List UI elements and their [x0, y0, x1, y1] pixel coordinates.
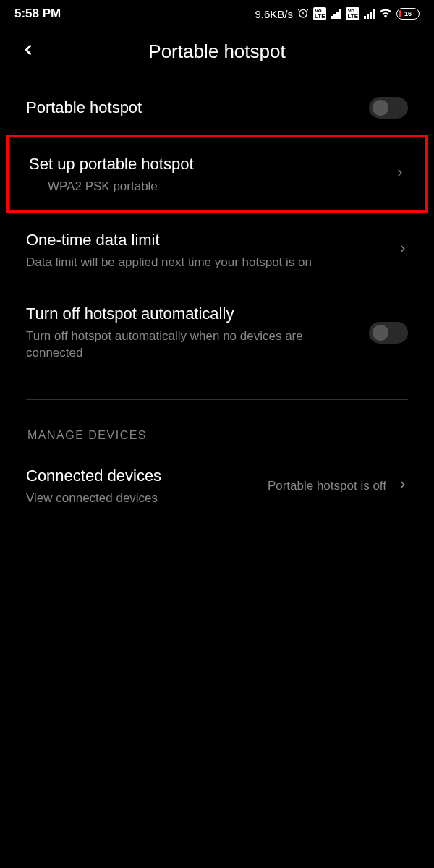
back-button[interactable] [20, 42, 36, 61]
hotspot-toggle-text: Portable hotspot [26, 97, 357, 119]
header: Portable hotspot [0, 26, 434, 81]
lte-badge-2: VoLTE [346, 7, 359, 20]
hotspot-toggle-row[interactable]: Portable hotspot [6, 81, 428, 135]
content: Portable hotspot Set up portable hotspot… [0, 81, 434, 523]
chevron-right-icon [398, 477, 408, 495]
status-indicators: 9.6KB/s VoLTE VoLTE 16 [255, 7, 420, 21]
hotspot-toggle[interactable] [369, 97, 408, 119]
auto-off-text: Turn off hotspot automatically Turn off … [26, 303, 357, 362]
data-limit-text: One-time data limit Data limit will be a… [26, 229, 386, 271]
data-limit-row[interactable]: One-time data limit Data limit will be a… [6, 213, 428, 286]
data-limit-subtitle: Data limit will be applied next time you… [26, 254, 386, 271]
hotspot-toggle-title: Portable hotspot [26, 97, 357, 119]
auto-off-title: Turn off hotspot automatically [26, 303, 357, 325]
page-title: Portable hotspot [14, 41, 420, 63]
alarm-icon [297, 7, 309, 21]
toggle-knob [373, 325, 388, 341]
battery-icon: 16 [396, 8, 420, 20]
lte-badge-1: VoLTE [313, 7, 327, 20]
toggle-knob [373, 100, 388, 116]
status-bar: 5:58 PM 9.6KB/s VoLTE VoLTE 16 [0, 0, 434, 26]
auto-off-row[interactable]: Turn off hotspot automatically Turn off … [6, 287, 428, 378]
signal-icon-1 [331, 9, 341, 19]
data-limit-title: One-time data limit [26, 229, 386, 251]
signal-icon-2 [364, 9, 375, 19]
section-manage-devices: MANAGE DEVICES [6, 400, 428, 449]
setup-hotspot-row[interactable]: Set up portable hotspot WPA2 PSK portabl… [6, 135, 428, 213]
connected-devices-text: Connected devices View connected devices [26, 465, 256, 506]
setup-hotspot-text: Set up portable hotspot WPA2 PSK portabl… [29, 153, 383, 195]
data-speed: 9.6KB/s [255, 8, 293, 20]
chevron-right-icon [395, 165, 405, 184]
wifi-icon [379, 8, 392, 20]
auto-off-toggle[interactable] [369, 322, 408, 344]
auto-off-subtitle: Turn off hotspot automatically when no d… [26, 328, 357, 362]
connected-devices-row[interactable]: Connected devices View connected devices… [6, 449, 428, 522]
connected-devices-value: Portable hotspot is off [268, 477, 386, 495]
connected-devices-subtitle: View connected devices [26, 490, 256, 507]
chevron-right-icon [398, 241, 408, 260]
status-time: 5:58 PM [14, 7, 61, 21]
setup-hotspot-subtitle: WPA2 PSK portable [29, 178, 383, 195]
setup-hotspot-title: Set up portable hotspot [29, 153, 383, 175]
connected-devices-title: Connected devices [26, 465, 256, 487]
